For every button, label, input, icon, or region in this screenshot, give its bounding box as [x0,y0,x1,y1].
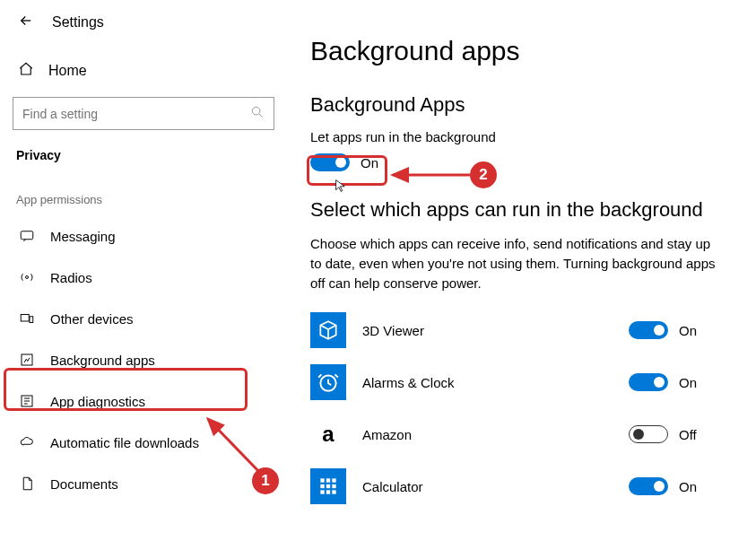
page-title: Background apps [310,36,718,66]
app-toggle-state: Off [679,427,697,442]
app-toggle-amazon[interactable] [629,425,668,443]
app-name: Alarms & Clock [362,375,613,390]
window-title: Settings [52,14,104,31]
svg-rect-16 [332,491,335,494]
app-row-calculator: Calculator On [310,468,718,504]
app-toggle-state: On [679,323,697,338]
section-label: App permissions [13,179,274,215]
sidebar-item-app-diagnostics[interactable]: App diagnostics [13,380,274,422]
section-title-background-apps: Background Apps [310,93,718,117]
sidebar-item-other-devices[interactable]: Other devices [13,298,274,339]
svg-rect-8 [320,479,324,483]
svg-rect-12 [326,484,330,488]
message-icon [18,228,36,244]
search-field[interactable] [22,107,250,121]
app-toggle-3d-viewer[interactable] [629,321,668,339]
sidebar-item-radios[interactable]: Radios [13,257,274,298]
nav-home[interactable]: Home [13,50,274,92]
sidebar-item-label: Documents [50,476,118,492]
app-toggle-state: On [679,479,697,494]
sidebar-item-label: Background apps [50,353,155,368]
app-toggle-alarms-clock[interactable] [629,373,668,391]
app-name: Amazon [362,427,613,442]
app-row-alarms-clock: Alarms & Clock On [310,364,718,400]
back-icon[interactable] [18,13,34,32]
section-title-select-apps: Select which apps can run in the backgro… [310,198,718,222]
run-background-label: Let apps run in the background [310,129,718,144]
diagnostics-icon [18,393,36,409]
svg-rect-11 [320,484,324,488]
description-text: Choose which apps can receive info, send… [310,234,718,292]
app-icon-alarms-clock [310,364,346,400]
app-icon-amazon: a [310,416,346,452]
document-icon [18,476,36,492]
app-name: 3D Viewer [362,323,613,338]
app-toggle-state: On [679,375,697,390]
svg-point-0 [252,107,260,115]
app-name: Calculator [362,479,613,494]
svg-rect-14 [320,491,324,494]
sidebar-item-label: Other devices [50,311,134,327]
svg-rect-9 [326,479,330,483]
app-icon-calculator [310,468,346,504]
svg-rect-15 [326,491,330,494]
master-toggle[interactable] [310,153,350,171]
sidebar-item-messaging[interactable]: Messaging [13,215,274,257]
sidebar-item-documents[interactable]: Documents [13,463,274,504]
devices-icon [18,310,36,327]
search-icon [250,105,265,122]
cloud-download-icon [18,434,36,450]
svg-point-2 [26,276,29,279]
app-icon-3d-viewer [310,312,346,348]
app-toggle-calculator[interactable] [629,477,668,495]
svg-rect-3 [21,315,29,322]
sidebar-item-label: App diagnostics [50,394,145,409]
sidebar-item-background-apps[interactable]: Background apps [13,339,274,380]
sidebar-item-label: Messaging [50,229,116,244]
sidebar-item-label: Automatic file downloads [50,435,199,450]
svg-rect-4 [30,317,33,323]
app-row-amazon: a Amazon Off [310,416,718,452]
home-icon [18,61,34,81]
sidebar-item-automatic-file-downloads[interactable]: Automatic file downloads [13,422,274,463]
sidebar-item-label: Radios [50,270,92,285]
svg-rect-1 [21,231,33,240]
svg-rect-13 [332,484,335,488]
search-input[interactable] [13,97,274,130]
app-row-3d-viewer: 3D Viewer On [310,312,718,348]
nav-home-label: Home [48,63,87,79]
main-content: Background apps Background Apps Let apps… [287,0,756,541]
background-apps-icon [18,352,36,368]
svg-rect-10 [332,479,335,483]
category-label: Privacy [13,130,274,179]
master-toggle-state: On [361,155,378,170]
radio-icon [18,269,36,285]
sidebar: Settings Home Privacy App permissions [0,0,287,541]
